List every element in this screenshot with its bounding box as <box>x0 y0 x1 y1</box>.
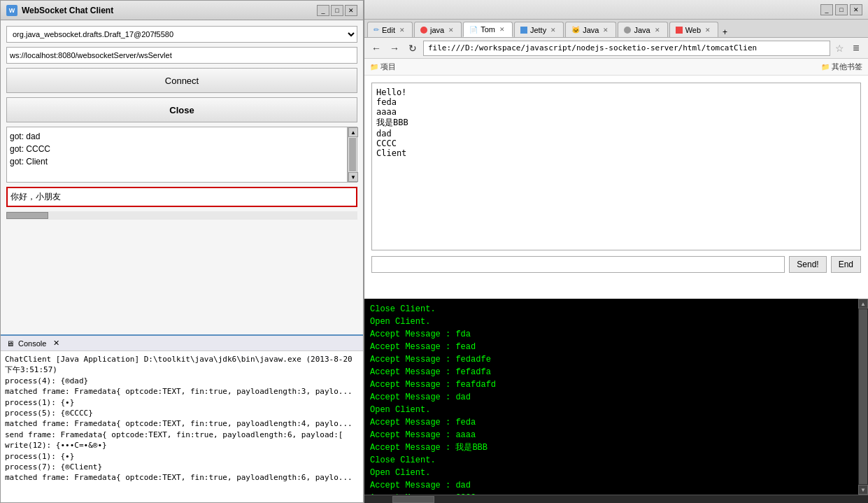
tab-edit-icon: ✏ <box>373 26 379 34</box>
terminal-scroll-down[interactable]: ▼ <box>858 485 868 495</box>
console-panel: 🖥 Console ✕ ChatClient [Java Application… <box>1 334 363 502</box>
terminal-h-scrollbar[interactable] <box>364 495 868 503</box>
terminal-scroll-thumb[interactable] <box>859 309 867 484</box>
console-line-0: ChatClient [Java Application] D:\toolkit… <box>5 354 359 376</box>
forward-button[interactable]: → <box>387 41 402 56</box>
tab-web[interactable]: Web ✕ <box>669 22 718 37</box>
browser-maximize-button[interactable]: □ <box>835 4 848 15</box>
tab-tom-icon: 📄 <box>469 26 478 34</box>
tab-java2[interactable]: 🐱 Java ✕ <box>565 22 616 37</box>
bookmark-other[interactable]: 📁 其他书签 <box>821 62 862 72</box>
back-button[interactable]: ← <box>369 41 384 56</box>
console-icon: 🖥 <box>6 339 14 348</box>
websocket-chat-client: W WebSocket Chat Client _ □ ✕ org.java_w… <box>0 0 364 503</box>
chat-message-input[interactable] <box>371 256 785 273</box>
tab-java1-icon <box>420 27 427 34</box>
terminal-line-0: Close Client. <box>370 303 853 316</box>
terminal-line-9: Accept Message : feda <box>370 416 853 429</box>
tab-java3[interactable]: Java ✕ <box>618 22 667 37</box>
url-input[interactable] <box>6 47 357 64</box>
tab-web-label: Web <box>685 26 701 34</box>
terminal-area: Close Client. Open Client. Accept Messag… <box>364 299 858 495</box>
browser-minimize-button[interactable]: _ <box>820 4 833 15</box>
console-line-3: process(1): {•} <box>5 397 359 408</box>
window-title: W WebSocket Chat Client <box>6 5 113 16</box>
terminal-line-10: Accept Message : aaaa <box>370 429 853 441</box>
tab-edit-close[interactable]: ✕ <box>398 26 406 34</box>
browser-tabs: ✏ Edit ✕ java ✕ 📄 Tom ✕ Jetty ✕ 🐱 Java ✕… <box>364 20 868 38</box>
end-button[interactable]: End <box>831 256 861 273</box>
console-title: Console <box>18 339 46 348</box>
bookmark-star-button[interactable]: ☆ <box>833 42 846 55</box>
terminal-line-14: Accept Message : dad <box>370 479 853 492</box>
connect-button[interactable]: Connect <box>6 68 357 93</box>
terminal-line-8: Open Client. <box>370 404 853 416</box>
close-button[interactable]: Close <box>6 97 357 122</box>
left-titlebar: W WebSocket Chat Client _ □ ✕ <box>1 1 363 20</box>
bookmarks-bar: 📁 项目 📁 其他书签 <box>364 59 868 76</box>
chat-input-area: 你好，小朋友 <box>6 187 357 207</box>
browser-close-button[interactable]: ✕ <box>850 4 862 15</box>
terminal-line-4: Accept Message : fedadfe <box>370 353 853 366</box>
terminal-scrollbar[interactable]: ▲ ▼ <box>858 299 868 495</box>
terminal-line-11: Accept Message : 我是BBB <box>370 441 853 454</box>
console-close-icon[interactable]: ✕ <box>53 339 59 348</box>
browser-panel: _ □ ✕ ✏ Edit ✕ java ✕ 📄 Tom ✕ Jetty ✕ 🐱 <box>364 0 868 503</box>
tab-tom[interactable]: 📄 Tom ✕ <box>463 22 513 37</box>
terminal-line-12: Close Client. <box>370 454 853 467</box>
new-tab-button[interactable]: + <box>720 27 730 37</box>
messages-wrapper: got: dad got: CCCC got: Client ▲ ▼ <box>6 127 357 183</box>
terminal-line-7: Accept Message : dad <box>370 391 853 404</box>
bookmark-project[interactable]: 📁 项目 <box>370 62 396 72</box>
scroll-thumb[interactable] <box>349 138 356 171</box>
console-titlebar: 🖥 Console ✕ <box>1 336 363 351</box>
terminal-line-1: Open Client. <box>370 316 853 328</box>
tab-web-icon <box>676 27 683 34</box>
scroll-up-arrow[interactable]: ▲ <box>348 127 358 137</box>
url-input-row <box>6 47 357 64</box>
tab-java1-close[interactable]: ✕ <box>447 26 455 34</box>
browser-window-controls: _ □ ✕ <box>820 4 862 15</box>
tab-tom-label: Tom <box>481 25 495 34</box>
horizontal-scrollbar[interactable] <box>6 211 357 220</box>
scroll-down-arrow[interactable]: ▼ <box>348 172 358 182</box>
reload-button[interactable]: ↻ <box>405 41 420 56</box>
draft-select[interactable]: org.java_websocket.drafts.Draft_17@207f5… <box>6 26 357 43</box>
close-button[interactable]: ✕ <box>345 5 357 16</box>
tab-jetty[interactable]: Jetty ✕ <box>514 22 564 37</box>
terminal-scroll-up[interactable]: ▲ <box>858 299 868 309</box>
terminal-h-track <box>364 495 868 503</box>
message-line-2: got: CCCC <box>10 143 344 155</box>
send-button[interactable]: Send! <box>789 256 826 273</box>
tab-tom-close[interactable]: ✕ <box>498 25 506 34</box>
tab-java2-icon: 🐱 <box>571 26 580 34</box>
tab-java3-close[interactable]: ✕ <box>653 26 662 34</box>
bookmark-other-label: 其他书签 <box>832 62 862 72</box>
h-scrollbar-thumb[interactable] <box>6 212 48 219</box>
window-controls: _ □ ✕ <box>317 5 357 16</box>
console-line-9: process(7): {®Client} <box>5 462 359 472</box>
tab-java1[interactable]: java ✕ <box>414 22 462 37</box>
bookmark-folder-icon-2: 📁 <box>821 63 830 71</box>
chat-input-row: Send! End <box>371 256 861 273</box>
browser-menu-button[interactable]: ≡ <box>848 41 864 56</box>
console-line-1: process(4): {®dad} <box>5 376 359 386</box>
bookmark-folder-icon-1: 📁 <box>370 63 378 71</box>
tab-web-close[interactable]: ✕ <box>704 26 712 34</box>
terminal-line-2: Accept Message : fda <box>370 328 853 341</box>
terminal-line-5: Accept Message : fefadfa <box>370 366 853 378</box>
console-line-2: matched frame: Framedata{ optcode:TEXT, … <box>5 386 359 397</box>
console-line-4: process(5): {®CCCC} <box>5 408 359 418</box>
console-line-8: process(1): {•} <box>5 451 359 462</box>
console-line-5: matched frame: Framedata{ optcode:TEXT, … <box>5 418 359 429</box>
maximize-button[interactable]: □ <box>331 5 343 16</box>
terminal-line-3: Accept Message : fead <box>370 341 853 353</box>
terminal-line-6: Accept Message : feafdafd <box>370 378 853 391</box>
minimize-button[interactable]: _ <box>317 5 329 16</box>
tab-jetty-close[interactable]: ✕ <box>549 26 557 34</box>
messages-scrollbar[interactable]: ▲ ▼ <box>348 127 357 183</box>
address-bar[interactable] <box>423 41 830 56</box>
tab-java2-close[interactable]: ✕ <box>602 26 610 34</box>
tab-edit[interactable]: ✏ Edit ✕ <box>367 22 413 37</box>
chat-messages-textarea[interactable]: Hello! feda aaaa 我是BBB dad CCCC Client <box>371 83 861 250</box>
